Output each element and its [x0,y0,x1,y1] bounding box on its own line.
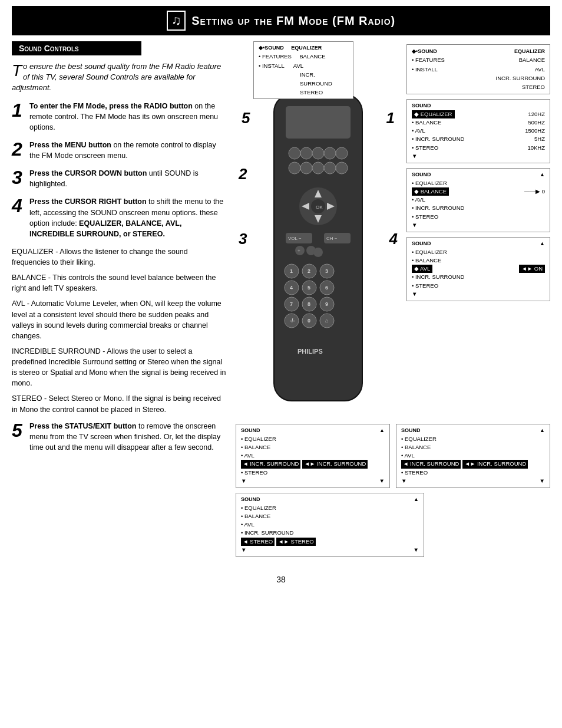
svg-text:5: 5 [308,285,310,291]
svg-text:PHILIPS: PHILIPS [297,348,323,355]
svg-text:-/-: -/- [290,318,295,324]
section-title: Sound Controls [12,41,141,55]
svg-point-8 [300,162,312,174]
svg-text:OK: OK [316,205,323,210]
intro-paragraph: To ensure the best sound quality from th… [12,61,227,94]
page-number: 38 [0,575,562,596]
svg-point-25 [313,248,323,257]
svg-point-7 [289,162,300,174]
svg-point-11 [336,162,348,174]
initial-menu-top: ◆•SOUND EQUALIZER • FEATURES BALANCE • I… [253,41,353,99]
bottom-menu-row: SOUND▲ • EQUALIZER • BALANCE • AVL ◄ INC… [236,424,550,488]
steps-list: 1 To enter the FM Mode, press the RADIO … [12,101,227,453]
svg-text:3: 3 [325,268,328,274]
menu-panel-avl: SOUND▲ • EQUALIZER • BALANCE ◆ AVL ◄► ON… [406,237,550,301]
svg-text:⌂: ⌂ [325,318,328,324]
svg-point-3 [300,147,312,159]
svg-text:8: 8 [308,301,310,307]
svg-text:+: + [297,248,300,253]
svg-rect-1 [286,106,351,139]
svg-text:VOL −: VOL − [288,236,302,241]
step-label-1: 1 [386,109,395,127]
step-3: 3 Press the CURSOR DOWN button until SOU… [12,168,227,189]
drop-cap: T [12,62,22,79]
step-number-2: 2 [12,140,25,159]
svg-text:1: 1 [290,268,293,274]
menu-panel-incr-right: SOUND▲ • EQUALIZER • BALANCE • AVL ◄ INC… [396,424,550,488]
menu-panel-initial: ◆•SOUNDEQUALIZER • FEATURESBALANCE • INS… [406,44,550,94]
descriptions: EQUALIZER - Allows the listener to chang… [12,246,227,415]
svg-text:9: 9 [325,301,328,307]
step-5: 5 Press the STATUS/EXIT button to remove… [12,421,227,453]
step-text-4: Press the CURSOR RIGHT button to shift t… [29,196,227,239]
svg-point-4 [312,147,324,159]
remote-control-svg: OK VOL − CH − + 1 2 3 [244,88,392,419]
step-number-4: 4 [12,196,25,215]
svg-text:0: 0 [308,318,310,324]
svg-point-10 [324,162,336,174]
menu-panel-equalizer: SOUND ◆ EQUALIZER 120HZ • BALANCE500HZ •… [406,99,550,163]
music-icon: ♫ [167,11,186,31]
step-4: 4 Press the CURSOR RIGHT button to shift… [12,196,227,239]
svg-point-5 [324,147,336,159]
step-label-5: 5 [242,109,250,127]
svg-text:7: 7 [290,301,293,307]
step-1: 1 To enter the FM Mode, press the RADIO … [12,101,227,133]
step-text-5: Press the STATUS/EXIT button to remove t… [29,421,227,453]
left-column: Sound Controls To ensure the best sound … [12,41,236,557]
svg-point-6 [336,147,348,159]
step-text-1: To enter the FM Mode, press the RADIO bu… [29,101,227,133]
step-label-4: 4 [389,230,398,248]
step-text-2: Press the MENU button on the remote cont… [29,140,227,161]
step-label-2: 2 [239,165,247,183]
step-text-3: Press the CURSOR DOWN button until SOUND… [29,168,227,189]
step-2: 2 Press the MENU button on the remote co… [12,140,227,161]
svg-text:6: 6 [325,285,328,291]
step-number-1: 1 [12,101,25,120]
menu-panel-stereo: SOUND▲ • EQUALIZER • BALANCE • AVL • INC… [236,493,424,557]
svg-point-2 [289,147,300,159]
menu-panel-balance: SOUND▲ • EQUALIZER ◆ BALANCE ——▶ 0 • AVL… [406,168,550,232]
right-column: ◆•SOUND EQUALIZER • FEATURES BALANCE • I… [236,41,550,557]
step-number-3: 3 [12,168,25,187]
menu-panel-incr-left: SOUND▲ • EQUALIZER • BALANCE • AVL ◄ INC… [236,424,390,488]
svg-point-9 [312,162,324,174]
step-number-5: 5 [12,421,25,440]
svg-text:CH −: CH − [326,236,338,241]
step-label-3: 3 [239,230,247,248]
right-menu-panels: ◆•SOUNDEQUALIZER • FEATURESBALANCE • INS… [406,41,550,421]
page-title: Setting up the FM Mode (FM Radio) [191,14,395,28]
svg-text:4: 4 [290,285,293,291]
page-header: ♫ Setting up the FM Mode (FM Radio) [12,6,550,35]
svg-text:2: 2 [308,268,310,274]
